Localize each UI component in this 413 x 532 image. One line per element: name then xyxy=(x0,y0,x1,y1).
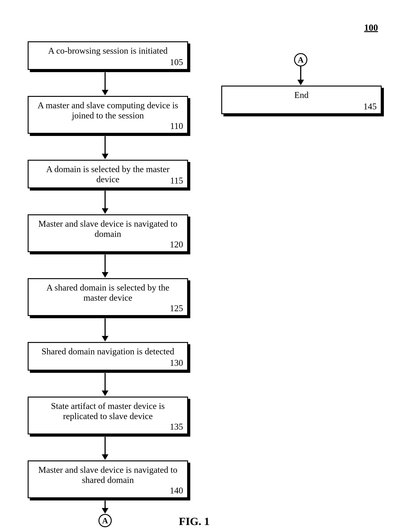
process-step-number: 125 xyxy=(170,303,183,313)
process-text: Master and slave device is navigated to … xyxy=(28,215,187,239)
process-step-140: Master and slave device is navigated to … xyxy=(28,460,188,498)
process-step-145-end: End 145 xyxy=(221,86,382,114)
process-text: Shared domain navigation is detected xyxy=(28,343,187,356)
off-page-connector-a-out: A xyxy=(98,514,112,527)
figure-caption: FIG. 1 xyxy=(179,515,210,528)
process-step-number: 135 xyxy=(170,421,183,432)
process-step-number: 120 xyxy=(170,239,183,249)
process-step-105: A co-browsing session is initiated 105 xyxy=(28,41,188,70)
process-text: State artifact of master device is repli… xyxy=(28,398,187,421)
process-step-number: 115 xyxy=(170,175,183,186)
process-step-number: 110 xyxy=(170,121,183,131)
process-step-number: 140 xyxy=(170,485,183,495)
process-step-number: 130 xyxy=(170,358,183,368)
process-text: Master and slave device is navigated to … xyxy=(28,461,187,485)
process-text: A domain is selected by the master devic… xyxy=(28,161,187,184)
process-step-125: A shared domain is selected by the maste… xyxy=(28,278,188,316)
process-step-120: Master and slave device is navigated to … xyxy=(28,214,188,252)
process-text: A co-browsing session is initiated xyxy=(28,42,187,56)
process-text: End xyxy=(222,86,381,100)
process-step-115: A domain is selected by the master devic… xyxy=(28,160,188,188)
process-step-130: Shared domain navigation is detected 130 xyxy=(28,342,188,370)
process-step-number: 145 xyxy=(363,101,377,111)
figure-number: 100 xyxy=(364,22,378,33)
off-page-connector-a-in: A xyxy=(294,53,307,66)
process-text: A shared domain is selected by the maste… xyxy=(28,279,187,303)
process-step-number: 105 xyxy=(170,57,183,67)
process-text: A master and slave computing device is j… xyxy=(28,97,187,121)
process-step-110: A master and slave computing device is j… xyxy=(28,96,188,134)
process-step-135: State artifact of master device is repli… xyxy=(28,397,188,434)
